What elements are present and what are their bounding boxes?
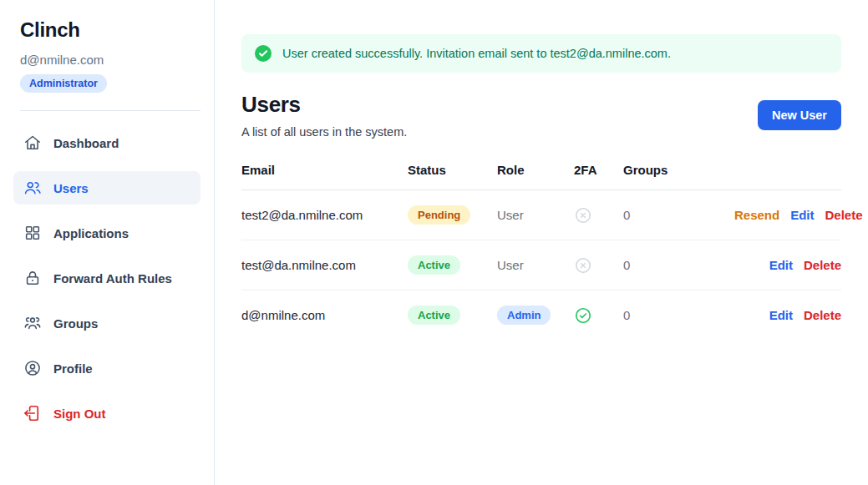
profile-icon [23,359,42,377]
sidebar-item-users[interactable]: Users [13,171,201,205]
role-text: User [497,208,524,222]
actions-cell: EditDelete [723,240,841,290]
page-subtitle: A list of all users in the system. [241,125,407,139]
column-header-actions [723,163,841,190]
success-check-icon [255,45,272,62]
user-email-cell: d@nmilne.com [241,290,408,341]
column-header-2fa: 2FA [574,163,623,190]
sidebar-item-label: Applications [53,226,129,240]
status-badge: Pending [408,205,470,225]
sidebar-item-profile[interactable]: Profile [13,351,201,385]
groups-cell: 0 [623,240,723,290]
main-content: User created successfully. Invitation em… [215,0,868,485]
status-badge: Active [408,255,460,275]
success-message: User created successfully. Invitation em… [282,47,671,60]
twofa-cell [574,240,623,290]
user-email-cell: test2@da.nmilne.com [241,190,408,240]
status-badge: Active [408,306,460,325]
edit-link[interactable]: Edit [769,308,793,322]
role-badge: Admin [497,306,551,325]
sidebar-item-label: Forward Auth Rules [53,271,172,285]
sidebar-item-label: Profile [53,361,93,376]
users-table: EmailStatusRole2FAGroups test2@da.nmilne… [241,163,841,340]
column-header-status: Status [408,163,497,190]
delete-link[interactable]: Delete [804,258,841,272]
brand-logo: Clinch [20,18,201,42]
grid-icon [23,224,42,242]
role-cell: User [497,240,574,290]
users-table-header: EmailStatusRole2FAGroups [241,163,841,190]
sidebar-nav: DashboardUsersApplicationsForward Auth R… [13,126,201,430]
twofa-disabled-icon [574,206,623,225]
sidebar-divider [20,110,201,111]
status-cell: Pending [408,190,497,240]
delete-link[interactable]: Delete [804,308,841,322]
users-icon [23,179,42,197]
groups-cell: 0 [623,190,723,240]
role-cell: User [497,190,574,240]
status-cell: Active [408,290,497,341]
edit-link[interactable]: Edit [790,208,814,222]
twofa-cell [574,190,623,240]
resend-link[interactable]: Resend [734,208,779,222]
sidebar-item-label: Groups [53,316,98,331]
sidebar-item-label: Users [53,181,89,195]
success-banner: User created successfully. Invitation em… [241,34,841,73]
status-cell: Active [408,240,497,290]
page-title-block: Users A list of all users in the system. [241,92,407,139]
administrator-badge: Administrator [20,74,107,93]
actions-cell: EditDelete [723,290,841,341]
sidebar: Clinch d@nmilne.com Administrator Dashbo… [0,0,215,485]
table-row: d@nmilne.comActiveAdmin0EditDelete [241,290,841,341]
sidebar-item-groups[interactable]: Groups [13,306,201,340]
table-row: test2@da.nmilne.comPendingUser0ResendEdi… [241,190,841,240]
sidebar-item-sign-out[interactable]: Sign Out [13,397,201,430]
role-text: User [497,258,524,272]
page-header: Users A list of all users in the system.… [241,92,841,139]
user-email-cell: test@da.nmilne.com [241,240,408,290]
sidebar-item-label: Sign Out [53,407,106,421]
twofa-cell [574,290,623,341]
groups-cell: 0 [623,290,723,341]
delete-link[interactable]: Delete [825,208,863,222]
groups-icon [23,314,42,332]
home-icon [23,134,42,152]
column-header-role: Role [497,163,574,190]
role-cell: Admin [497,290,574,341]
column-header-groups: Groups [623,163,723,190]
sidebar-item-label: Dashboard [53,136,119,150]
actions-cell: ResendEditDelete [723,190,841,240]
new-user-button[interactable]: New User [758,100,841,130]
sidebar-user-email: d@nmilne.com [20,53,201,67]
sidebar-item-dashboard[interactable]: Dashboard [13,126,201,159]
page-title: Users [241,92,407,118]
sidebar-item-forward-auth-rules[interactable]: Forward Auth Rules [13,261,201,295]
twofa-disabled-icon [574,256,623,275]
sign-out-icon [23,404,42,422]
sidebar-item-applications[interactable]: Applications [13,216,201,250]
edit-link[interactable]: Edit [769,258,793,272]
column-header-email: Email [241,163,408,190]
table-row: test@da.nmilne.comActiveUser0EditDelete [241,240,841,290]
lock-icon [23,269,42,287]
twofa-enabled-icon [574,306,623,325]
